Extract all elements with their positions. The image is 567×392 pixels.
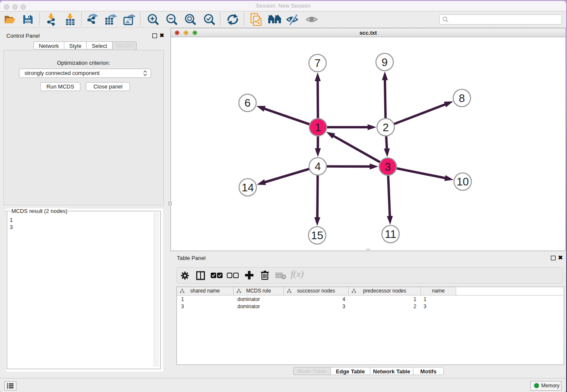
svg-text:4: 4 <box>315 160 321 173</box>
svg-text:2: 2 <box>383 121 388 134</box>
svg-text:14: 14 <box>242 181 254 194</box>
svg-text:1: 1 <box>315 121 321 134</box>
svg-text:6: 6 <box>245 97 250 109</box>
svg-text:9: 9 <box>382 56 388 69</box>
svg-text:15: 15 <box>311 229 323 242</box>
svg-text:7: 7 <box>314 57 320 69</box>
svg-text:8: 8 <box>459 92 465 105</box>
svg-text:3: 3 <box>385 160 391 173</box>
svg-text:11: 11 <box>385 228 396 240</box>
svg-text:10: 10 <box>457 175 469 188</box>
